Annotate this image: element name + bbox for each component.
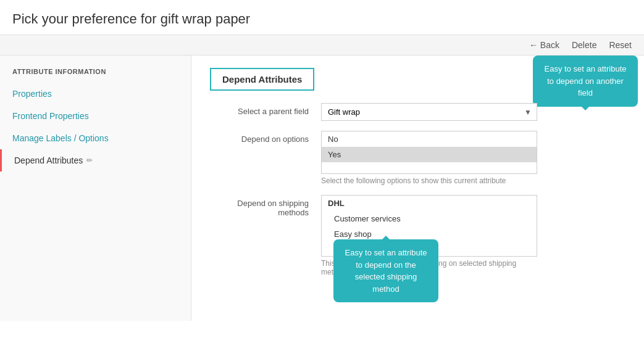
shipping-label: Depend on shipping methods [210, 195, 309, 217]
sidebar-item-properties[interactable]: Properties [0, 83, 191, 105]
main-content: Easy to set an attribute to depend on an… [191, 56, 644, 321]
sidebar-item-manage-labels[interactable]: Manage Labels / Options [0, 127, 191, 149]
tab-header: Depend Attributes [210, 68, 314, 91]
reset-button[interactable]: Reset [609, 40, 632, 50]
depend-options-label: Depend on options [210, 131, 309, 144]
tooltip-top-right: Easy to set an attribute to depend on an… [533, 56, 638, 107]
delete-button[interactable]: Delete [572, 40, 596, 50]
option-no[interactable]: No [322, 131, 537, 147]
depend-options-row: Depend on options No Yes Select the foll… [210, 131, 625, 185]
edit-icon[interactable]: ✏ [86, 156, 93, 165]
page-title: Pick your preference for gift wrap paper [0, 0, 644, 35]
shipping-dhl[interactable]: DHL [322, 196, 537, 211]
parent-field-control: Gift wrap ▼ [321, 103, 537, 121]
sidebar-header: Attribute Information [0, 68, 191, 83]
content-area: Attribute Information Properties Fronten… [0, 56, 644, 321]
tooltip-bottom-left: Easy to set an attribute to depend on th… [333, 239, 438, 302]
shipping-customer-services[interactable]: Customer services [322, 211, 537, 226]
parent-field-select-wrapper: Gift wrap ▼ [321, 103, 537, 121]
sidebar-item-frontend-properties[interactable]: Frontend Properties [0, 105, 191, 127]
depend-options-hint: Select the following options to show thi… [321, 176, 537, 185]
parent-field-select[interactable]: Gift wrap [322, 104, 537, 120]
sidebar: Attribute Information Properties Fronten… [0, 56, 191, 321]
back-button[interactable]: ← Back [529, 40, 559, 50]
depend-options-listbox[interactable]: No Yes [321, 131, 537, 174]
option-yes[interactable]: Yes [322, 147, 537, 162]
sidebar-item-depend-attributes[interactable]: Depend Attributes ✏ [0, 149, 191, 172]
depend-options-control: No Yes Select the following options to s… [321, 131, 537, 185]
toolbar: ← Back Delete Reset [0, 35, 644, 56]
parent-field-label: Select a parent field [210, 103, 309, 116]
